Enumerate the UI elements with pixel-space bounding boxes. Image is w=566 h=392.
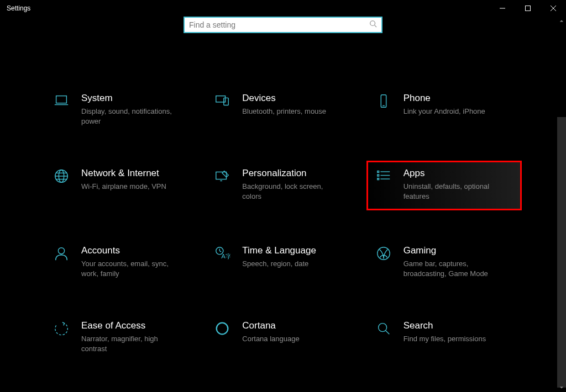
tile-desc: Narrator, magnifier, high contrast <box>81 334 181 353</box>
minimize-button[interactable] <box>490 0 515 17</box>
tile-desc: Game bar, captures, broadcasting, Game M… <box>403 259 503 278</box>
tile-title: Phone <box>403 93 485 104</box>
svg-text:A字: A字 <box>221 253 230 260</box>
tile-title: Devices <box>242 93 326 104</box>
svg-rect-6 <box>56 96 67 103</box>
tile-system[interactable]: System Display, sound, notifications, po… <box>44 86 200 133</box>
tile-personalization[interactable]: Personalization Background, lock screen,… <box>205 161 360 210</box>
tile-title: Search <box>403 320 486 331</box>
tile-desc: Your accounts, email, sync, work, family <box>81 259 181 278</box>
tile-network[interactable]: Network & Internet Wi-Fi, airplane mode,… <box>44 161 200 210</box>
svg-line-34 <box>385 331 389 335</box>
window-controls <box>490 0 566 17</box>
globe-icon <box>51 168 71 188</box>
tile-phone[interactable]: Phone Link your Android, iPhone <box>366 86 522 133</box>
svg-line-5 <box>375 25 377 28</box>
svg-point-33 <box>378 324 386 332</box>
scrollbar-track[interactable] <box>557 117 566 388</box>
tile-title: Apps <box>403 168 503 179</box>
search-box[interactable] <box>184 17 382 33</box>
time-language-icon: A字 <box>212 245 232 265</box>
tile-ease-of-access[interactable]: Ease of Access Narrator, magnifier, high… <box>44 313 200 361</box>
tile-update[interactable]: Update & Security Windows Update, recove… <box>205 388 360 392</box>
tile-desc: Speech, region, date <box>242 259 316 269</box>
apps-icon <box>374 168 394 188</box>
laptop-icon <box>51 93 71 113</box>
xbox-icon <box>374 245 394 265</box>
svg-point-26 <box>58 248 64 254</box>
search-icon <box>369 20 377 30</box>
tile-desc: Bluetooth, printers, mouse <box>242 107 326 116</box>
tile-cortana[interactable]: Cortana Cortana language <box>205 313 360 361</box>
svg-point-32 <box>217 323 228 335</box>
svg-rect-9 <box>224 98 228 105</box>
svg-rect-24 <box>377 178 379 180</box>
svg-rect-22 <box>377 174 379 176</box>
titlebar: Settings <box>0 0 566 17</box>
svg-rect-20 <box>377 171 379 173</box>
tile-devices[interactable]: Devices Bluetooth, printers, mouse <box>205 86 360 133</box>
search-input[interactable] <box>189 20 369 29</box>
scrollbar[interactable] <box>557 17 566 392</box>
tile-title: Network & Internet <box>81 168 166 179</box>
tile-search[interactable]: Search Find my files, permissions <box>366 313 522 361</box>
cortana-icon <box>212 320 232 340</box>
tile-desc: Background, lock screen, colors <box>242 182 342 201</box>
svg-rect-1 <box>526 6 531 11</box>
tile-privacy[interactable]: Privacy Location, camera, microphone <box>44 388 200 392</box>
content-area: System Display, sound, notifications, po… <box>0 17 566 392</box>
search-icon <box>374 320 394 340</box>
settings-grid: System Display, sound, notifications, po… <box>0 33 566 392</box>
tile-title: System <box>81 93 181 104</box>
phone-icon <box>374 93 394 113</box>
scroll-up-arrow[interactable] <box>557 17 566 25</box>
tile-desc: Uninstall, defaults, optional features <box>403 182 503 201</box>
person-icon <box>51 245 71 265</box>
tile-desc: Display, sound, notifications, power <box>81 107 181 126</box>
scroll-down-arrow[interactable] <box>557 383 566 392</box>
tile-title: Cortana <box>242 320 299 331</box>
tile-title: Personalization <box>242 168 342 179</box>
tile-desc: Cortana language <box>242 334 299 344</box>
tile-gaming[interactable]: Gaming Game bar, captures, broadcasting,… <box>366 238 522 285</box>
personalization-icon <box>212 168 232 188</box>
svg-point-4 <box>370 21 375 26</box>
tile-title: Ease of Access <box>81 320 181 331</box>
devices-icon <box>212 93 232 113</box>
tile-apps[interactable]: Apps Uninstall, defaults, optional featu… <box>366 161 522 210</box>
tile-desc: Find my files, permissions <box>403 334 486 344</box>
svg-line-29 <box>220 251 222 252</box>
window-title: Settings <box>7 4 30 12</box>
tile-title: Accounts <box>81 245 181 256</box>
tile-accounts[interactable]: Accounts Your accounts, email, sync, wor… <box>44 238 200 285</box>
ease-of-access-icon <box>51 320 71 340</box>
tile-time[interactable]: A字 Time & Language Speech, region, date <box>205 238 360 285</box>
tile-title: Time & Language <box>242 245 316 256</box>
tile-title: Gaming <box>403 245 503 256</box>
maximize-button[interactable] <box>515 0 541 17</box>
close-button[interactable] <box>541 0 566 17</box>
tile-desc: Link your Android, iPhone <box>403 107 485 116</box>
tile-desc: Wi-Fi, airplane mode, VPN <box>81 182 166 192</box>
